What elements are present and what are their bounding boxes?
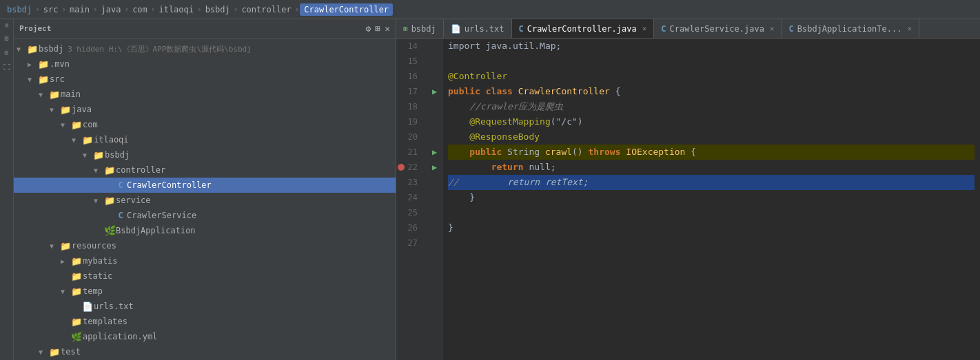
code-line-24: } (448, 190, 974, 205)
tree-item-crawler-controller[interactable]: C CrawlerController (14, 178, 396, 193)
tree-item-controller[interactable]: ▼ 📁 controller (14, 162, 396, 178)
tree-label: service (116, 195, 151, 205)
tree-item-com[interactable]: ▼ 📁 com (14, 117, 396, 132)
tree-arrow: ▼ (61, 121, 70, 129)
yaml-icon: 🌿 (70, 332, 83, 342)
line-numbers: 14 15 16 17 18 19 20 21 22 23 (396, 39, 427, 360)
breadcrumb-controller[interactable]: controller (238, 5, 294, 14)
left-gutter: ≡ ⊞ ⚙ ⛶ (0, 19, 14, 360)
breadcrumb-src[interactable]: src (41, 5, 61, 14)
run-icon[interactable]: ▶ (432, 147, 437, 157)
tree-item-service[interactable]: ▼ 📁 service (14, 193, 396, 208)
sidebar: Project ⚙ ⊞ ✕ ▼ 📁 bsbdj 3 hidden H:\《百思》… (14, 19, 396, 360)
tree-item-static[interactable]: 📁 static (14, 268, 396, 284)
tree-label: com (83, 120, 98, 129)
tree-arrow: ▼ (17, 45, 26, 53)
tree-label: src (50, 74, 65, 84)
tree-item-bsbdj-pkg[interactable]: ▼ 📁 bsbdj (14, 147, 396, 162)
tree-item-src[interactable]: ▼ 📁 src (14, 72, 396, 87)
spring-app-icon: 🌿 (103, 225, 116, 236)
tab-label: CrawlerService.java (670, 24, 764, 34)
breadcrumb-main[interactable]: main (67, 5, 92, 14)
gutter-icon-1[interactable]: ≡ (3, 23, 10, 28)
folder-icon: 📁 (81, 135, 94, 145)
tab-icon-m: m (403, 24, 408, 33)
code-line-18: //crawler应为是爬虫 (448, 99, 974, 114)
tree-item-application-yml[interactable]: 🌿 application.yml (14, 329, 396, 344)
line-num-22: 22 (396, 160, 422, 175)
tab-bsbdj[interactable]: m bsbdj (396, 19, 444, 38)
tab-close-button[interactable]: ✕ (642, 24, 647, 33)
project-title: Project (19, 24, 51, 33)
folder-icon: 📁 (70, 256, 83, 266)
folder-icon: 📁 (70, 317, 83, 327)
breadcrumb-itlaoqi[interactable]: itlaoqi (156, 5, 196, 14)
sidebar-close-icon[interactable]: ✕ (385, 23, 390, 34)
line-num-17: 17 (396, 84, 422, 99)
tree-arrow: ▼ (83, 151, 92, 159)
tree-item-bsbdj-root[interactable]: ▼ 📁 bsbdj 3 hidden H:\《百思》APP数据爬虫\源代码\bs… (14, 41, 396, 56)
code-line-27 (448, 235, 974, 251)
tree-item-mvn[interactable]: ▶ 📁 .mvn (14, 56, 396, 72)
gutter-icon-4[interactable]: ⛶ (3, 63, 10, 71)
run-icon[interactable]: ▶ (432, 87, 437, 96)
tree-item-test[interactable]: ▼ 📁 test (14, 344, 396, 359)
tab-urls-txt[interactable]: 📄 urls.txt (444, 19, 512, 38)
code-line-21: public String crawl() throws IOException… (448, 145, 974, 160)
gutter-21[interactable]: ▶ (427, 145, 442, 160)
tree-item-java[interactable]: ▼ 📁 java (14, 102, 396, 117)
tab-crawler-service[interactable]: C CrawlerService.java ✕ (654, 19, 782, 38)
tab-icon-txt: 📄 (451, 24, 461, 34)
tree-item-urls-txt[interactable]: 📄 urls.txt (14, 299, 396, 314)
tab-label: urls.txt (465, 24, 504, 34)
gutter-23 (427, 175, 442, 190)
tree-arrow: ▶ (61, 257, 70, 265)
tab-bsbdj-app-test[interactable]: C BsbdjApplicationTe... ✕ (782, 19, 920, 38)
code-line-26: } (448, 220, 974, 235)
tree-label: main (61, 89, 81, 99)
breadcrumb-crawler-controller[interactable]: CrawlerController (300, 3, 393, 16)
folder-icon: 📁 (59, 105, 72, 115)
code-line-19: @RequestMapping("/c") (448, 114, 974, 129)
txt-file-icon: 📄 (81, 301, 94, 312)
tab-label: CrawlerController.java (527, 24, 637, 34)
tab-crawler-controller[interactable]: C CrawlerController.java ✕ (512, 19, 655, 38)
tree-item-resources[interactable]: ▼ 📁 resources (14, 238, 396, 253)
breadcrumb-java[interactable]: java (99, 5, 124, 14)
tab-close-button[interactable]: ✕ (907, 24, 912, 33)
line-num-25: 25 (396, 205, 422, 220)
breadcrumb-bsbdj[interactable]: bsbdj (4, 5, 34, 14)
tree-item-temp[interactable]: ▼ 📁 temp (14, 284, 396, 299)
code-editor[interactable]: 14 15 16 17 18 19 20 21 22 23 (396, 39, 980, 360)
tree-label: static (83, 271, 112, 281)
tree-label: temp (83, 286, 103, 296)
line-num-27: 27 (396, 235, 422, 251)
gutter-17[interactable]: ▶ (427, 84, 442, 99)
tree-item-bsbdj-application[interactable]: 🌿 BsbdjApplication (14, 223, 396, 238)
gutter-25 (427, 205, 442, 220)
tree-arrow: ▼ (94, 197, 103, 204)
tab-close-button[interactable]: ✕ (770, 24, 775, 33)
gutter-19 (427, 114, 442, 129)
sidebar-settings-icon[interactable]: ⚙ (366, 23, 371, 34)
code-line-16: @Controller (448, 69, 974, 84)
tree-item-mybatis[interactable]: ▶ 📁 mybatis (14, 253, 396, 268)
sidebar-layout-icon[interactable]: ⊞ (375, 23, 380, 34)
line-num-15: 15 (396, 54, 422, 69)
breadcrumb-com[interactable]: com (130, 5, 150, 14)
code-content[interactable]: import java.util.Map; @Controller public… (442, 39, 980, 360)
folder-icon: 📁 (48, 89, 61, 100)
tree-item-itlaoqi[interactable]: ▼ 📁 itlaoqi (14, 132, 396, 147)
tree-arrow: ▶ (28, 61, 37, 68)
tree-label: templates (83, 317, 127, 326)
gutter-icon-2[interactable]: ⊞ (4, 34, 8, 42)
tree-item-templates[interactable]: 📁 templates (14, 314, 396, 329)
sidebar-header-icons: ⚙ ⊞ ✕ (366, 23, 390, 34)
breadcrumb-bsbdj-pkg[interactable]: bsbdj (203, 5, 233, 14)
tree-arrow: ▼ (50, 242, 59, 250)
tree-label: BsbdjApplication (116, 226, 196, 235)
gutter-icon-3[interactable]: ⚙ (4, 49, 8, 56)
tree-item-main[interactable]: ▼ 📁 main (14, 87, 396, 102)
tree-label: urls.txt (94, 301, 134, 311)
tree-item-crawler-service[interactable]: C CrawlerService (14, 208, 396, 223)
